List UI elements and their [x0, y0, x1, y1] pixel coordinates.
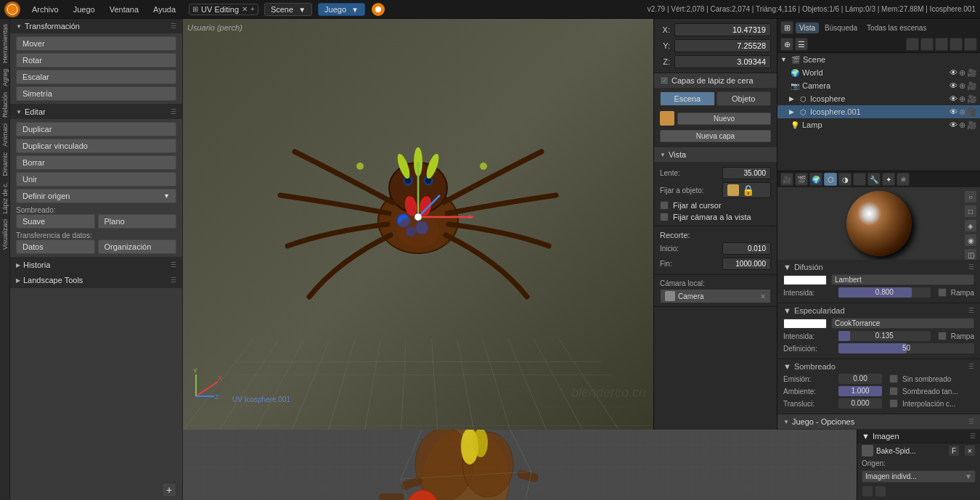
- duplicar-vinculado-btn[interactable]: Duplicar vinculado: [16, 139, 176, 153]
- todas-escenas-tab[interactable]: Todas las escenas: [863, 22, 930, 33]
- scene-item-camera[interactable]: 📷 Camera 👁 ⊕ 🎥: [777, 79, 980, 92]
- menu-ayuda[interactable]: Ayuda: [147, 4, 181, 15]
- ico-vis-render[interactable]: 🎥: [967, 94, 977, 104]
- difusion-rampa-checkbox[interactable]: [938, 288, 947, 297]
- ico001-vis-render[interactable]: 🎥: [967, 107, 977, 117]
- workspace-add[interactable]: +: [250, 5, 255, 13]
- outliner-vis-1[interactable]: [906, 38, 919, 51]
- busqueda-tab[interactable]: Búsqueda: [821, 22, 861, 33]
- mat-bg-icon[interactable]: ◫: [964, 248, 977, 260]
- ico001-vis-eye[interactable]: 👁: [950, 107, 957, 117]
- juego-menu-icon[interactable]: ☰: [968, 418, 974, 425]
- unir-btn[interactable]: Unir: [16, 172, 176, 187]
- fin-value[interactable]: 1000.000: [722, 258, 771, 270]
- outliner-icon-b[interactable]: ☰: [795, 38, 808, 51]
- historia-header[interactable]: ▶ Historia ☰: [10, 258, 182, 272]
- lamp-vis-render[interactable]: 🎥: [967, 120, 977, 130]
- difusion-shader-select[interactable]: Lambert: [831, 274, 974, 285]
- difusion-intens-bar[interactable]: 0.800: [838, 287, 931, 298]
- blender-logo[interactable]: [4, 1, 20, 17]
- inicio-value[interactable]: 0.010: [722, 242, 771, 255]
- lamp-vis-cursor[interactable]: ⊕: [959, 120, 965, 130]
- landscape-menu[interactable]: ☰: [171, 276, 176, 284]
- tab-visualizaci[interactable]: Visualizaci: [1, 217, 9, 252]
- espec-intens-bar[interactable]: 0.135: [838, 331, 931, 341]
- capas-checkbox[interactable]: [660, 76, 669, 85]
- sombreado-header[interactable]: ▼ Sombreado ☰: [783, 362, 974, 371]
- espec-shader-select[interactable]: CookTorrance: [831, 318, 974, 329]
- espec-color-box[interactable]: [783, 319, 827, 329]
- prop-icon-object[interactable]: ⬡: [824, 173, 837, 186]
- somb-menu-icon[interactable]: ☰: [968, 363, 974, 370]
- workspace-tab[interactable]: UV Editing: [201, 5, 239, 14]
- escalar-btn[interactable]: Escalar: [16, 70, 176, 84]
- translu-bar[interactable]: 0.000: [838, 398, 882, 409]
- camera-vis-eye[interactable]: 👁: [950, 81, 957, 91]
- imagen-menu[interactable]: ☰: [970, 433, 976, 440]
- menu-ventana[interactable]: Ventana: [104, 4, 144, 15]
- camera-vis-render[interactable]: 🎥: [967, 81, 977, 91]
- add-btn[interactable]: +: [162, 483, 176, 497]
- juego-header[interactable]: ▼ Juego - Opciones ☰: [777, 414, 980, 430]
- f-btn[interactable]: F: [948, 445, 960, 456]
- camara-input[interactable]: Camera ✕: [660, 289, 771, 303]
- uv-viewport[interactable]: blenderco.cn ⊞ Vista Imagen Bake-SpiderB…: [183, 430, 857, 500]
- menu-archivo[interactable]: Archivo: [26, 4, 65, 15]
- outliner-icon-1[interactable]: ⊞: [780, 21, 793, 34]
- 3d-viewport[interactable]: Usuario (perch): [183, 19, 653, 430]
- scene-item-scene[interactable]: ▼ 🎬 Scene: [777, 53, 980, 66]
- emision-bar[interactable]: 0.00: [838, 374, 882, 384]
- prop-icon-material[interactable]: ◑: [838, 173, 852, 186]
- plano-btn[interactable]: Plano: [98, 214, 177, 229]
- simetria-btn[interactable]: Simetría: [16, 86, 176, 101]
- scene-selector[interactable]: Scene ▼: [264, 3, 312, 16]
- origen-input[interactable]: Imagen indivd... ▼: [862, 470, 976, 483]
- menu-juego[interactable]: Juego: [68, 4, 101, 15]
- mat-sphere-icon[interactable]: ○: [964, 190, 977, 203]
- tab-lapiz[interactable]: Lápiz de c.: [1, 180, 9, 216]
- tab-herramientas[interactable]: Herramientas: [1, 22, 9, 65]
- espec-rampa-checkbox[interactable]: [938, 332, 947, 340]
- difusion-header[interactable]: ▼ Difusión ☰: [783, 263, 974, 271]
- tab-relacion[interactable]: Relación: [1, 90, 9, 120]
- escena-tab[interactable]: Escena: [660, 91, 715, 106]
- outliner-vis-4[interactable]: [950, 38, 963, 51]
- interp-checkbox[interactable]: [889, 399, 898, 408]
- historia-menu[interactable]: ☰: [171, 261, 176, 269]
- editar-menu[interactable]: ☰: [171, 108, 176, 115]
- duplicar-btn[interactable]: Duplicar: [16, 122, 176, 136]
- outliner-vis-5[interactable]: [964, 38, 977, 51]
- world-vis-cursor[interactable]: ⊕: [959, 68, 965, 78]
- mover-btn[interactable]: Mover: [16, 36, 176, 51]
- vista-header-bar[interactable]: ▼ Vista: [654, 147, 777, 163]
- ico001-vis-cursor[interactable]: ⊕: [959, 107, 965, 117]
- datos-btn[interactable]: Datos: [16, 239, 95, 254]
- editar-header[interactable]: ▼ Editar ☰: [10, 104, 182, 119]
- lente-value[interactable]: 35.000: [722, 167, 771, 179]
- outliner-vis-2[interactable]: [920, 38, 934, 51]
- ico-vis-cursor[interactable]: ⊕: [959, 94, 965, 104]
- definir-origen-dropdown[interactable]: Definir origen ▼: [16, 189, 176, 203]
- prop-icon-physics[interactable]: ⚛: [897, 173, 910, 186]
- nueva-capa-btn[interactable]: Nueva capa: [660, 130, 771, 142]
- world-vis-eye[interactable]: 👁: [950, 68, 957, 78]
- landscape-header[interactable]: ▶ Landscape Tools ☰: [10, 273, 182, 287]
- borrar-btn[interactable]: Borrar: [16, 155, 176, 170]
- fijar-cursor-checkbox[interactable]: [660, 201, 669, 210]
- prop-icon-scene[interactable]: 🎬: [795, 173, 808, 186]
- path-icon-1[interactable]: [862, 485, 873, 497]
- fijar-camara-checkbox[interactable]: [660, 213, 669, 221]
- fijar-value[interactable]: 🔒: [722, 182, 771, 198]
- prop-icon-data[interactable]: [853, 173, 866, 186]
- difusion-color-box[interactable]: [783, 275, 827, 285]
- mat-preview-icon[interactable]: ◈: [964, 219, 977, 232]
- transformacion-header[interactable]: ▼ Transformación ☰: [10, 19, 182, 33]
- img-close-btn[interactable]: ×: [964, 445, 976, 456]
- imagen-section-header[interactable]: ▼ Imagen ☰: [857, 430, 980, 443]
- vista-tab[interactable]: Vista: [796, 22, 819, 33]
- tab-dinamic[interactable]: Dinamic: [1, 150, 9, 179]
- rotar-btn[interactable]: Rotar: [16, 53, 176, 67]
- ambiente-bar[interactable]: 1.000: [838, 386, 882, 396]
- mat-env-icon[interactable]: ◉: [964, 234, 977, 247]
- prop-icon-render[interactable]: 🎥: [780, 173, 793, 186]
